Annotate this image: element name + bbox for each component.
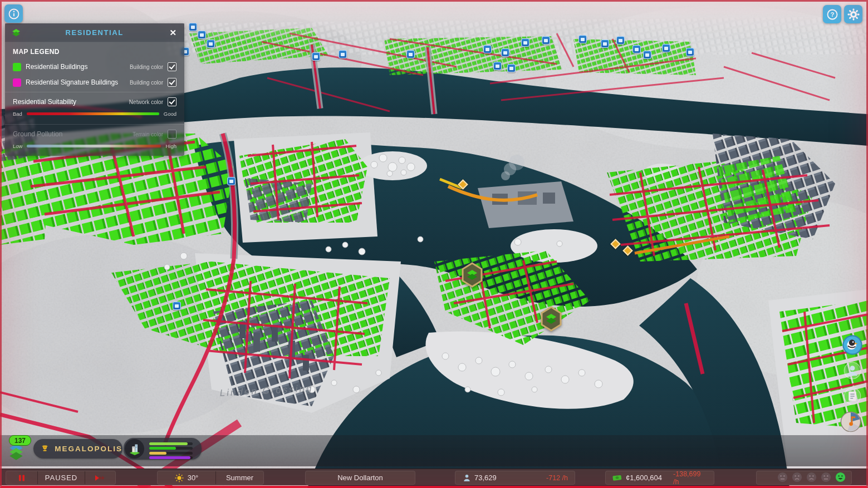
signature-building-badge[interactable]: [540, 306, 562, 334]
residential-buildings-checkbox[interactable]: [168, 62, 176, 71]
building-notification-icon[interactable]: [686, 48, 694, 56]
building-notification-icon[interactable]: [643, 51, 651, 59]
citizen-icon: [463, 474, 470, 482]
milestone-name-label: MEGALOPOLIS: [55, 445, 122, 453]
demand-bar-3: [149, 456, 193, 459]
residential-swatch: [13, 63, 21, 71]
side-button-chirper[interactable]: [842, 335, 862, 355]
legend-row-type: Building color: [130, 80, 163, 86]
demand-buildings-icon: [125, 439, 144, 459]
legend-row-label: Residential Suitability: [13, 98, 125, 106]
pollution-checkbox[interactable]: [168, 130, 176, 139]
building-notification-icon[interactable]: [521, 38, 529, 47]
building-notification-icon[interactable]: [616, 36, 625, 45]
building-notification-icon[interactable]: [601, 40, 609, 48]
chirper-icon: [842, 335, 862, 355]
legend-row-type: Network color: [129, 99, 163, 105]
settings-button[interactable]: [844, 5, 862, 23]
game-screen: Linden Crossing ? RESIDENTIAL ✕ MAP LEGE…: [0, 0, 868, 488]
signature-buildings-checkbox[interactable]: [168, 78, 176, 87]
infoview-legend-panel: RESIDENTIAL ✕ MAP LEGEND Residential Bui…: [5, 23, 184, 156]
milestone-level-badge: 137: [9, 435, 31, 446]
close-button[interactable]: ✕: [167, 27, 179, 39]
happiness-face: [792, 472, 802, 484]
radio-icon: [840, 411, 861, 432]
panel-title: RESIDENTIAL: [22, 28, 167, 37]
money-value: ¢1,600,604: [626, 474, 662, 482]
sim-state-label: PAUSED: [38, 471, 85, 484]
temperature-cell: 30°: [158, 471, 215, 484]
happiness-widget[interactable]: [756, 471, 852, 485]
side-button-journal[interactable]: [844, 387, 861, 405]
legend-row-residential: Residential Buildings Building color: [5, 59, 184, 75]
legend-row-type: Terrain color: [133, 131, 163, 137]
info-view-button[interactable]: [4, 4, 23, 23]
residential-zone-icon: [11, 27, 22, 38]
season-label: Summer: [216, 471, 263, 484]
play-speed-icon: [95, 475, 106, 481]
scale-max-label: Good: [164, 111, 176, 117]
panel-header: RESIDENTIAL ✕: [5, 23, 184, 42]
suitability-checkbox[interactable]: [168, 97, 176, 106]
demand-bar-1: [149, 447, 193, 450]
money-widget[interactable]: ¢1,600,604 -138,699 /h: [605, 471, 714, 485]
population-cell: 73,629: [455, 471, 502, 484]
building-notification-icon[interactable]: [542, 36, 550, 45]
happiness-face: [777, 472, 788, 484]
building-notification-icon[interactable]: [507, 64, 516, 72]
sim-speed-button[interactable]: [85, 471, 115, 484]
legend-row-pollution: Ground Pollution Terrain color: [5, 126, 184, 142]
city-name: New Dollarton: [337, 474, 383, 482]
building-notification-icon[interactable]: [189, 23, 197, 31]
population-widget[interactable]: 73,629 -712 /h: [455, 471, 575, 485]
money-trend: -138,699 /h: [668, 471, 714, 484]
temperature-value: 30°: [188, 474, 199, 482]
main-toolbar: 137 MEGALOPOLIS ¢: [0, 435, 868, 466]
legend-row-label: Residential Signature Buildings: [26, 78, 125, 86]
legend-row-label: Ground Pollution: [13, 130, 128, 138]
population-trend: -712 /h: [541, 471, 575, 484]
city-milestone-title[interactable]: MEGALOPOLIS: [33, 439, 122, 459]
legend-row-signature: Residential Signature Buildings Building…: [5, 75, 184, 90]
signature-swatch: [13, 78, 21, 87]
happiness-face: [821, 472, 831, 484]
demand-bar-2: [149, 452, 193, 455]
signature-building-badge[interactable]: [461, 262, 483, 290]
building-notification-icon[interactable]: [483, 45, 492, 53]
suitability-scale: Bad Good: [5, 110, 184, 122]
side-button-citizen-lifepath[interactable]: [844, 362, 861, 379]
building-notification-icon[interactable]: [227, 177, 236, 185]
money-cell: ¢1,600,604: [606, 471, 668, 484]
help-icon: ?: [826, 8, 838, 21]
building-notification-icon[interactable]: [406, 50, 415, 58]
journal-icon: [844, 387, 861, 405]
building-notification-icon[interactable]: [632, 45, 641, 53]
population-value: 73,629: [474, 474, 497, 482]
pollution-scale: Low High: [5, 142, 184, 156]
building-notification-icon[interactable]: [578, 35, 587, 43]
demand-bar-0: [149, 442, 193, 445]
gear-icon: [847, 8, 860, 21]
building-notification-icon[interactable]: [312, 52, 320, 61]
building-notification-icon[interactable]: [662, 44, 670, 52]
svg-text:?: ?: [830, 11, 834, 18]
happiness-face-active: [835, 472, 846, 484]
building-notification-icon[interactable]: [173, 302, 181, 310]
building-notification-icon[interactable]: [339, 50, 347, 58]
happiness-face: [806, 472, 817, 484]
legend-row-suitability: Residential Suitability Network color: [5, 94, 184, 110]
zoning-demand-widget[interactable]: [124, 438, 202, 460]
building-notification-icon[interactable]: [198, 31, 206, 39]
weather-widget[interactable]: 30° Summer: [157, 471, 264, 485]
sun-icon: [175, 474, 184, 482]
city-name-widget[interactable]: New Dollarton: [305, 471, 415, 485]
pause-icon: [18, 474, 26, 482]
pause-button[interactable]: [6, 471, 37, 484]
trophy-icon: [40, 443, 50, 455]
help-button[interactable]: ?: [823, 5, 841, 23]
building-notification-icon[interactable]: [501, 48, 509, 57]
building-notification-icon[interactable]: [493, 62, 502, 70]
demand-bars: [149, 440, 193, 461]
side-button-radio[interactable]: [840, 411, 861, 432]
building-notification-icon[interactable]: [207, 40, 215, 48]
